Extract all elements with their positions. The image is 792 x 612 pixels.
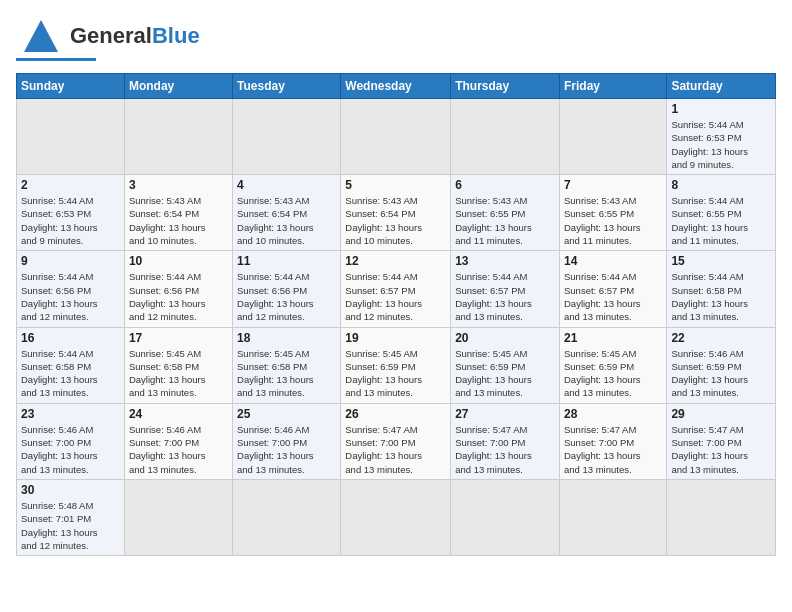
day-number: 8 — [671, 178, 771, 192]
calendar-day-cell: 27Sunrise: 5:47 AM Sunset: 7:00 PM Dayli… — [451, 403, 560, 479]
weekday-header-thursday: Thursday — [451, 74, 560, 99]
calendar-day-cell: 9Sunrise: 5:44 AM Sunset: 6:56 PM Daylig… — [17, 251, 125, 327]
calendar-day-cell: 25Sunrise: 5:46 AM Sunset: 7:00 PM Dayli… — [233, 403, 341, 479]
day-number: 29 — [671, 407, 771, 421]
day-number: 4 — [237, 178, 336, 192]
calendar-day-cell: 29Sunrise: 5:47 AM Sunset: 7:00 PM Dayli… — [667, 403, 776, 479]
calendar-day-cell: 24Sunrise: 5:46 AM Sunset: 7:00 PM Dayli… — [124, 403, 232, 479]
day-info: Sunrise: 5:44 AM Sunset: 6:57 PM Dayligh… — [345, 270, 446, 323]
calendar-day-cell: 22Sunrise: 5:46 AM Sunset: 6:59 PM Dayli… — [667, 327, 776, 403]
calendar-day-cell: 10Sunrise: 5:44 AM Sunset: 6:56 PM Dayli… — [124, 251, 232, 327]
day-info: Sunrise: 5:47 AM Sunset: 7:00 PM Dayligh… — [455, 423, 555, 476]
calendar-day-cell: 16Sunrise: 5:44 AM Sunset: 6:58 PM Dayli… — [17, 327, 125, 403]
day-number: 23 — [21, 407, 120, 421]
day-number: 18 — [237, 331, 336, 345]
day-number: 17 — [129, 331, 228, 345]
calendar-day-cell: 4Sunrise: 5:43 AM Sunset: 6:54 PM Daylig… — [233, 175, 341, 251]
calendar-day-cell: 3Sunrise: 5:43 AM Sunset: 6:54 PM Daylig… — [124, 175, 232, 251]
calendar-week-4: 16Sunrise: 5:44 AM Sunset: 6:58 PM Dayli… — [17, 327, 776, 403]
day-number: 7 — [564, 178, 662, 192]
logo-text: GeneralBlue — [70, 25, 200, 47]
day-info: Sunrise: 5:45 AM Sunset: 6:59 PM Dayligh… — [564, 347, 662, 400]
day-number: 19 — [345, 331, 446, 345]
calendar-day-cell: 15Sunrise: 5:44 AM Sunset: 6:58 PM Dayli… — [667, 251, 776, 327]
calendar-day-cell: 7Sunrise: 5:43 AM Sunset: 6:55 PM Daylig… — [559, 175, 666, 251]
day-number: 10 — [129, 254, 228, 268]
calendar-day-cell: 20Sunrise: 5:45 AM Sunset: 6:59 PM Dayli… — [451, 327, 560, 403]
day-info: Sunrise: 5:44 AM Sunset: 6:57 PM Dayligh… — [455, 270, 555, 323]
day-number: 24 — [129, 407, 228, 421]
weekday-header-friday: Friday — [559, 74, 666, 99]
page-header: GeneralBlue — [16, 16, 776, 61]
day-info: Sunrise: 5:43 AM Sunset: 6:55 PM Dayligh… — [564, 194, 662, 247]
weekday-header-tuesday: Tuesday — [233, 74, 341, 99]
calendar-day-cell: 30Sunrise: 5:48 AM Sunset: 7:01 PM Dayli… — [17, 479, 125, 555]
day-number: 22 — [671, 331, 771, 345]
calendar-day-cell — [667, 479, 776, 555]
calendar-day-cell: 26Sunrise: 5:47 AM Sunset: 7:00 PM Dayli… — [341, 403, 451, 479]
day-number: 1 — [671, 102, 771, 116]
day-number: 2 — [21, 178, 120, 192]
day-number: 30 — [21, 483, 120, 497]
day-number: 3 — [129, 178, 228, 192]
day-number: 20 — [455, 331, 555, 345]
day-info: Sunrise: 5:46 AM Sunset: 7:00 PM Dayligh… — [237, 423, 336, 476]
day-info: Sunrise: 5:45 AM Sunset: 6:58 PM Dayligh… — [237, 347, 336, 400]
day-number: 14 — [564, 254, 662, 268]
calendar-week-3: 9Sunrise: 5:44 AM Sunset: 6:56 PM Daylig… — [17, 251, 776, 327]
calendar-day-cell: 2Sunrise: 5:44 AM Sunset: 6:53 PM Daylig… — [17, 175, 125, 251]
calendar-day-cell — [124, 479, 232, 555]
day-number: 6 — [455, 178, 555, 192]
day-info: Sunrise: 5:44 AM Sunset: 6:53 PM Dayligh… — [671, 118, 771, 171]
day-number: 26 — [345, 407, 446, 421]
weekday-header-wednesday: Wednesday — [341, 74, 451, 99]
calendar-day-cell — [559, 99, 666, 175]
day-info: Sunrise: 5:43 AM Sunset: 6:54 PM Dayligh… — [237, 194, 336, 247]
day-number: 21 — [564, 331, 662, 345]
calendar-week-5: 23Sunrise: 5:46 AM Sunset: 7:00 PM Dayli… — [17, 403, 776, 479]
day-number: 27 — [455, 407, 555, 421]
calendar-day-cell — [233, 479, 341, 555]
calendar-day-cell: 1Sunrise: 5:44 AM Sunset: 6:53 PM Daylig… — [667, 99, 776, 175]
day-info: Sunrise: 5:47 AM Sunset: 7:00 PM Dayligh… — [564, 423, 662, 476]
calendar-week-2: 2Sunrise: 5:44 AM Sunset: 6:53 PM Daylig… — [17, 175, 776, 251]
calendar-day-cell: 19Sunrise: 5:45 AM Sunset: 6:59 PM Dayli… — [341, 327, 451, 403]
calendar-day-cell — [124, 99, 232, 175]
calendar-table: SundayMondayTuesdayWednesdayThursdayFrid… — [16, 73, 776, 556]
day-info: Sunrise: 5:43 AM Sunset: 6:54 PM Dayligh… — [345, 194, 446, 247]
logo: GeneralBlue — [16, 16, 200, 61]
calendar-day-cell — [233, 99, 341, 175]
day-number: 15 — [671, 254, 771, 268]
day-number: 11 — [237, 254, 336, 268]
day-number: 5 — [345, 178, 446, 192]
day-info: Sunrise: 5:43 AM Sunset: 6:55 PM Dayligh… — [455, 194, 555, 247]
day-info: Sunrise: 5:46 AM Sunset: 7:00 PM Dayligh… — [129, 423, 228, 476]
day-info: Sunrise: 5:44 AM Sunset: 6:55 PM Dayligh… — [671, 194, 771, 247]
calendar-day-cell — [341, 99, 451, 175]
day-info: Sunrise: 5:44 AM Sunset: 6:56 PM Dayligh… — [21, 270, 120, 323]
day-info: Sunrise: 5:44 AM Sunset: 6:56 PM Dayligh… — [129, 270, 228, 323]
weekday-header-sunday: Sunday — [17, 74, 125, 99]
day-info: Sunrise: 5:47 AM Sunset: 7:00 PM Dayligh… — [345, 423, 446, 476]
weekday-header-monday: Monday — [124, 74, 232, 99]
day-number: 28 — [564, 407, 662, 421]
calendar-day-cell — [17, 99, 125, 175]
day-info: Sunrise: 5:44 AM Sunset: 6:58 PM Dayligh… — [671, 270, 771, 323]
day-info: Sunrise: 5:44 AM Sunset: 6:53 PM Dayligh… — [21, 194, 120, 247]
calendar-day-cell: 12Sunrise: 5:44 AM Sunset: 6:57 PM Dayli… — [341, 251, 451, 327]
calendar-day-cell: 8Sunrise: 5:44 AM Sunset: 6:55 PM Daylig… — [667, 175, 776, 251]
calendar-day-cell: 11Sunrise: 5:44 AM Sunset: 6:56 PM Dayli… — [233, 251, 341, 327]
day-number: 9 — [21, 254, 120, 268]
day-info: Sunrise: 5:47 AM Sunset: 7:00 PM Dayligh… — [671, 423, 771, 476]
day-info: Sunrise: 5:44 AM Sunset: 6:56 PM Dayligh… — [237, 270, 336, 323]
calendar-day-cell — [341, 479, 451, 555]
calendar-day-cell: 23Sunrise: 5:46 AM Sunset: 7:00 PM Dayli… — [17, 403, 125, 479]
calendar-day-cell: 17Sunrise: 5:45 AM Sunset: 6:58 PM Dayli… — [124, 327, 232, 403]
day-number: 16 — [21, 331, 120, 345]
day-info: Sunrise: 5:44 AM Sunset: 6:57 PM Dayligh… — [564, 270, 662, 323]
day-number: 13 — [455, 254, 555, 268]
calendar-day-cell — [559, 479, 666, 555]
calendar-day-cell: 28Sunrise: 5:47 AM Sunset: 7:00 PM Dayli… — [559, 403, 666, 479]
calendar-week-6: 30Sunrise: 5:48 AM Sunset: 7:01 PM Dayli… — [17, 479, 776, 555]
day-number: 25 — [237, 407, 336, 421]
